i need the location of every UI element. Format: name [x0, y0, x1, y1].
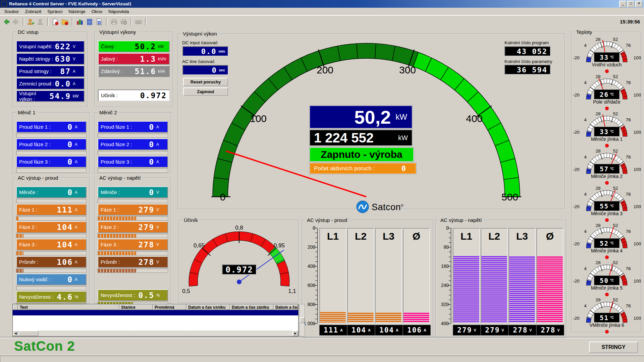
value-row: Proud fáze 3 :0A	[98, 156, 168, 168]
scroll-left-button[interactable]: ◀	[13, 330, 18, 336]
print-preview-button[interactable]	[119, 17, 128, 26]
user-button[interactable]	[36, 17, 45, 26]
row-unit: kW	[158, 44, 167, 49]
panel-title: AC výstup - proud	[16, 175, 60, 181]
row-block: Fáze 2 :104A	[16, 221, 87, 238]
row-valwrap: 87A	[60, 67, 82, 76]
y-axis-label: 400	[437, 321, 449, 326]
alarm-table[interactable]: TextStaniceProměnnáDatum a čas vznikuDat…	[12, 304, 299, 337]
hscroll-track[interactable]	[39, 330, 292, 336]
row-value: 50.2	[135, 42, 156, 51]
scroll-right-button[interactable]: ▶	[292, 330, 298, 336]
toolbar-separator	[106, 18, 107, 26]
row-value: 0	[149, 188, 154, 197]
panel-ac-napeti-chart: AC výstup - napětí 080160240320400L1279V…	[435, 220, 567, 338]
menu-napoveda[interactable]: Nápověda	[105, 8, 132, 15]
svg-text:0,5: 0,5	[182, 288, 190, 294]
bar	[404, 313, 429, 323]
row-label: Fáze 1 :	[19, 207, 37, 213]
thermometer-value: 33	[600, 128, 609, 135]
maximize-button[interactable]: □	[627, 1, 635, 7]
thermometer-lcd: 55°C	[594, 201, 620, 211]
row-valwrap: 0A	[149, 140, 165, 149]
y-axis-minor-tick	[315, 276, 317, 276]
chart-button[interactable]	[75, 17, 84, 26]
thermometer-value: 33	[600, 54, 609, 61]
svg-text:28: 28	[595, 111, 600, 116]
ucinik-gauge: 0,50,650,80,951,1	[179, 221, 298, 303]
alarm-table-vscrollbar[interactable]	[299, 304, 305, 337]
thermometer-unit: °C	[610, 93, 614, 96]
table-column-header[interactable]: Proměnná	[153, 304, 186, 310]
table-column-header[interactable]: Datum a čas	[274, 304, 298, 310]
close-button[interactable]: ×	[635, 1, 643, 7]
thermometer-label: Měniče jímka 5	[572, 285, 642, 291]
menu-nastroje[interactable]: Nástroje	[65, 8, 88, 15]
folder-alarm-button[interactable]	[61, 17, 69, 26]
bar-lcd-value: 279	[457, 326, 472, 334]
add-user-button[interactable]	[26, 17, 35, 26]
table-column-header[interactable]: Stanice	[119, 304, 153, 310]
keyboard-button[interactable]	[134, 17, 143, 26]
minimize-button[interactable]: _	[619, 1, 627, 7]
print-button[interactable]	[110, 17, 118, 26]
y-axis-minor-tick	[449, 257, 451, 257]
panel-title: AC výstup - napětí	[98, 175, 142, 181]
svg-text:0,65: 0,65	[194, 242, 205, 249]
database-button[interactable]	[85, 17, 94, 26]
vscroll-thumb[interactable]	[300, 317, 305, 323]
y-axis-label: 80	[437, 244, 449, 250]
bar	[320, 312, 346, 323]
value-row: Fáze 2 :279V	[98, 221, 168, 233]
svg-text:52: 52	[613, 297, 618, 302]
zapnout-button[interactable]: Zapnout	[183, 87, 228, 96]
table-column-header[interactable]: Datum a čas vzniku	[186, 304, 230, 310]
svg-text:28: 28	[595, 37, 600, 42]
report-button[interactable]	[95, 17, 104, 26]
menu-zobrazit[interactable]: Zobrazit	[22, 8, 45, 15]
bar-lcd-unit: V	[557, 328, 559, 332]
svg-text:100: 100	[634, 204, 641, 209]
row-valwrap: 0V	[149, 188, 165, 197]
value-row: Měniče :0A	[16, 186, 87, 198]
back-button[interactable]	[2, 17, 11, 26]
svg-text:4: 4	[584, 303, 587, 308]
progress-fill	[98, 269, 136, 273]
row-unit: A	[156, 142, 165, 147]
window-title: Reliance 4 Control Server - FVE Kuřivody…	[9, 1, 131, 6]
value-row: Měniče :0V	[98, 186, 168, 198]
svg-text:100: 100	[634, 279, 641, 284]
y-axis-label: 400	[303, 263, 315, 269]
table-column-header[interactable]: Text	[18, 304, 119, 310]
thermometer-unit: °C	[610, 55, 614, 59]
bar-column: L1	[319, 228, 346, 323]
alarm-table-hscrollbar[interactable]: ◀ ▶	[13, 330, 298, 336]
table-column-header[interactable]: Datum a čas zániku	[230, 304, 274, 310]
titlebar[interactable]: Reliance 4 Control Server - FVE Kuřivody…	[0, 0, 644, 8]
menu-okno[interactable]: Okno	[89, 8, 105, 15]
row-block: Vstupní výkon :54.9kW	[16, 90, 85, 102]
toolbar-separator	[145, 18, 147, 26]
hscroll-thumb[interactable]	[18, 330, 39, 336]
bar-column-header: L1	[453, 231, 479, 242]
document-alarm-button[interactable]	[51, 17, 60, 26]
toolbar-separator	[130, 18, 132, 26]
row-block: Fáze 1 :111A	[16, 204, 87, 221]
menu-spravci[interactable]: Správci	[44, 8, 65, 15]
row-valwrap: 50.2kW	[135, 42, 167, 51]
svg-text:4: 4	[584, 229, 587, 234]
page-brand: SatCon 2	[14, 339, 75, 354]
thermometer-label: Měniče jímka 1	[572, 136, 642, 142]
row-unit: %	[156, 293, 165, 298]
row-value: 279	[138, 205, 154, 214]
stringy-button[interactable]: STRINGY	[589, 342, 638, 353]
reset-poruchy-button[interactable]: Reset poruchy	[183, 78, 228, 86]
ac-timer-lcd: 0 sec	[182, 65, 228, 75]
y-axis-line	[451, 228, 451, 323]
alarm-table-selected-row[interactable]	[13, 310, 298, 315]
thermometer-value: 52	[600, 240, 609, 247]
menu-soubor[interactable]: Soubor	[1, 8, 22, 15]
row-block: Proud fáze 1 :0A	[16, 121, 87, 138]
y-axis-line	[317, 228, 318, 323]
forward-button[interactable]	[12, 17, 20, 26]
